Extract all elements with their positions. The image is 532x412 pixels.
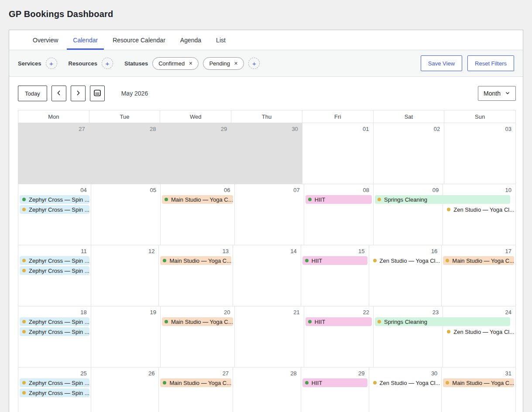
event-title: HIIT	[312, 380, 323, 386]
day-cell[interactable]: 09Springs Cleaning	[374, 184, 443, 245]
date-number: 18	[18, 306, 91, 317]
day-cell[interactable]: 29	[160, 123, 231, 184]
calendar-event[interactable]: Zen Studio — Yoga Cl...	[371, 378, 440, 387]
day-cell[interactable]: 15HIIT	[301, 245, 369, 306]
day-cell[interactable]: 08HIIT	[304, 184, 374, 245]
calendar-event[interactable]: Zephyr Cross — Spin ...	[20, 195, 89, 204]
event-status-dot	[373, 381, 377, 385]
tab-agenda[interactable]: Agenda	[174, 30, 207, 50]
calendar-event[interactable]: Main Studio — Yoga C...	[160, 378, 231, 387]
day-cell[interactable]: 27	[18, 123, 89, 184]
event-status-dot	[22, 391, 26, 395]
day-cell[interactable]: 20Main Studio — Yoga C...	[161, 306, 235, 367]
filter-group-statuses: StatusesConfirmed✕Pending✕+	[124, 57, 260, 70]
day-cell[interactable]: 12	[91, 245, 159, 306]
month-calendar: MonTueWedThuFriSatSun 2728293001020304Ze…	[18, 110, 516, 412]
day-cell[interactable]: 14	[233, 245, 301, 306]
calendar-event[interactable]: Zen Studio — Yoga Cl...	[371, 256, 440, 265]
day-cell[interactable]: 05	[91, 184, 161, 245]
day-cell[interactable]: 19	[91, 306, 161, 367]
add-services-filter-button[interactable]: +	[46, 58, 57, 69]
tab-overview[interactable]: Overview	[27, 30, 64, 50]
add-statuses-filter-button[interactable]: +	[248, 58, 260, 69]
date-number: 22	[304, 306, 373, 317]
calendar-event[interactable]: Zephyr Cross — Spin ...	[20, 378, 89, 387]
event-title: Springs Cleaning	[384, 319, 427, 325]
tab-list[interactable]: List	[210, 30, 232, 50]
day-cell[interactable]: 30Zen Studio — Yoga Cl...	[369, 367, 442, 412]
reset-filters-button[interactable]: Reset Filters	[467, 55, 514, 71]
day-cell[interactable]: 28	[233, 367, 301, 412]
day-cell[interactable]: 02	[374, 123, 445, 184]
calendar-event[interactable]: Zephyr Cross — Spin ...	[20, 205, 89, 214]
calendar-event[interactable]: HIIT	[305, 195, 372, 204]
add-resources-filter-button[interactable]: +	[102, 58, 113, 69]
day-cell[interactable]: 21	[235, 306, 304, 367]
day-cell[interactable]: 27Main Studio — Yoga C...	[159, 367, 233, 412]
calendar-event[interactable]: HIIT	[302, 256, 367, 265]
event-status-dot	[22, 320, 26, 323]
chip-label: Confirmed	[158, 60, 185, 67]
event-title: Zephyr Cross — Spin ...	[29, 380, 89, 386]
event-title: Zen Studio — Yoga Cl...	[453, 206, 514, 213]
day-cell[interactable]: 29HIIT	[301, 367, 369, 412]
chip-label: Pending	[209, 60, 230, 67]
day-cell[interactable]: 25Zephyr Cross — Spin ...Zephyr Cross — …	[18, 367, 91, 412]
save-view-button[interactable]: Save View	[421, 55, 462, 71]
event-status-dot	[22, 198, 26, 201]
calendar-event[interactable]: Zephyr Cross — Spin ...	[20, 266, 89, 275]
event-title: HIIT	[315, 196, 326, 203]
day-cell[interactable]: 03	[444, 123, 515, 184]
day-cell[interactable]: 07	[235, 184, 304, 245]
day-cell[interactable]: 31Main Studio — Yoga C...	[442, 367, 515, 412]
next-month-button[interactable]	[71, 86, 86, 101]
view-mode-select[interactable]: Month	[478, 86, 516, 101]
calendar-event[interactable]: Zephyr Cross — Spin ...	[20, 256, 89, 265]
day-cell[interactable]: 26	[91, 367, 159, 412]
calendar-event[interactable]: Main Studio — Yoga C...	[443, 256, 514, 265]
calendar-event[interactable]: Zephyr Cross — Spin ...	[20, 388, 89, 397]
day-cell[interactable]: 13Main Studio — Yoga C...	[159, 245, 233, 306]
calendar-event[interactable]: HIIT	[305, 317, 372, 326]
day-cell[interactable]: 01	[302, 123, 374, 184]
calendar-event[interactable]: Zen Studio — Yoga Cl...	[444, 205, 514, 214]
date-number: 01	[302, 123, 373, 134]
filter-label: Statuses	[124, 60, 148, 67]
today-button[interactable]: Today	[18, 86, 47, 101]
day-cell[interactable]: 30	[231, 123, 302, 184]
view-mode-value: Month	[484, 90, 501, 97]
calendar-event[interactable]: Zen Studio — Yoga Cl...	[444, 327, 514, 336]
day-cell[interactable]: 24Zen Studio — Yoga Cl...	[443, 306, 515, 367]
calendar-event[interactable]: Zephyr Cross — Spin ...	[20, 317, 89, 326]
tab-resource-calendar[interactable]: Resource Calendar	[106, 30, 172, 50]
calendar-event[interactable]: Zephyr Cross — Spin ...	[20, 327, 89, 336]
calendar-event[interactable]: Main Studio — Yoga C...	[162, 195, 233, 204]
chip-remove-icon[interactable]: ✕	[189, 61, 192, 66]
calendar-event[interactable]: HIIT	[302, 378, 367, 387]
event-status-dot	[447, 208, 450, 211]
calendar-icon	[93, 89, 102, 99]
day-cell[interactable]: 23Springs Cleaning	[374, 306, 443, 367]
calendar-event[interactable]: Springs Cleaning	[375, 317, 510, 326]
tab-calendar[interactable]: Calendar	[67, 30, 104, 50]
datepicker-button[interactable]	[90, 86, 105, 101]
calendar-event[interactable]: Springs Cleaning	[375, 195, 510, 204]
date-number: 06	[161, 184, 234, 195]
calendar-event[interactable]: Main Studio — Yoga C...	[162, 317, 233, 326]
day-cell[interactable]: 17Main Studio — Yoga C...	[442, 245, 515, 306]
date-number: 25	[18, 367, 91, 378]
day-cell[interactable]: 10Zen Studio — Yoga Cl...	[443, 184, 515, 245]
day-cell[interactable]: 06Main Studio — Yoga C...	[161, 184, 235, 245]
calendar-event[interactable]: Main Studio — Yoga C...	[443, 378, 514, 387]
day-cell[interactable]: 18Zephyr Cross — Spin ...Zephyr Cross — …	[18, 306, 91, 367]
day-cell[interactable]: 11Zephyr Cross — Spin ...Zephyr Cross — …	[18, 245, 91, 306]
day-cell[interactable]: 04Zephyr Cross — Spin ...Zephyr Cross — …	[18, 184, 91, 245]
prev-month-button[interactable]	[51, 86, 66, 101]
day-cell[interactable]: 28	[89, 123, 161, 184]
day-cell[interactable]: 22HIIT	[304, 306, 374, 367]
day-cell[interactable]: 16Zen Studio — Yoga Cl...	[369, 245, 442, 306]
chip-remove-icon[interactable]: ✕	[234, 61, 238, 66]
date-number: 14	[233, 245, 301, 256]
calendar-event[interactable]: Main Studio — Yoga C...	[160, 256, 231, 265]
event-title: Main Studio — Yoga C...	[171, 196, 233, 203]
